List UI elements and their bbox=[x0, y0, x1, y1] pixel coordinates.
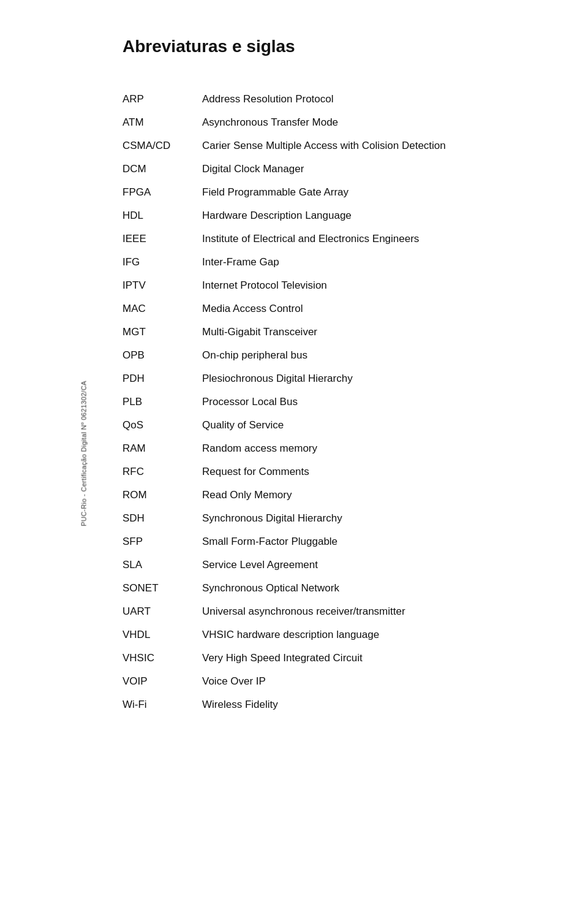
page-container: PUC-Rio - Certificação Digital Nº 062130… bbox=[0, 0, 588, 759]
abbr-definition: Quality of Service bbox=[202, 419, 539, 431]
list-item: ROMRead Only Memory bbox=[123, 489, 539, 501]
list-item: PLBProcessor Local Bus bbox=[123, 396, 539, 408]
abbr-term: FPGA bbox=[123, 186, 202, 199]
abbr-definition: VHSIC hardware description language bbox=[202, 629, 539, 641]
abbr-term: HDL bbox=[123, 210, 202, 222]
abbr-term: RAM bbox=[123, 442, 202, 455]
abbr-term: QoS bbox=[123, 419, 202, 431]
list-item: MGTMulti-Gigabit Transceiver bbox=[123, 326, 539, 338]
abbr-definition: Plesiochronous Digital Hierarchy bbox=[202, 373, 539, 385]
abbr-definition: Synchronous Optical Network bbox=[202, 582, 539, 594]
list-item: RFCRequest for Comments bbox=[123, 466, 539, 478]
abbr-definition: Internet Protocol Television bbox=[202, 279, 539, 292]
list-item: PDHPlesiochronous Digital Hierarchy bbox=[123, 373, 539, 385]
abbr-definition: Media Access Control bbox=[202, 303, 539, 315]
sidebar-certification-text: PUC-Rio - Certificação Digital Nº 062130… bbox=[80, 381, 88, 526]
list-item: VHDLVHSIC hardware description language bbox=[123, 629, 539, 641]
abbr-definition: Address Resolution Protocol bbox=[202, 93, 539, 105]
abbr-definition: Multi-Gigabit Transceiver bbox=[202, 326, 539, 338]
list-item: FPGAField Programmable Gate Array bbox=[123, 186, 539, 199]
abbr-term: ARP bbox=[123, 93, 202, 105]
page-title: Abreviaturas e siglas bbox=[123, 37, 539, 56]
abbr-term: SFP bbox=[123, 536, 202, 548]
abbr-term: CSMA/CD bbox=[123, 140, 202, 152]
abbr-term: VHSIC bbox=[123, 652, 202, 664]
abbr-definition: Voice Over IP bbox=[202, 675, 539, 688]
abbreviations-table: ARPAddress Resolution ProtocolATMAsynchr… bbox=[123, 93, 539, 711]
abbr-definition: Very High Speed Integrated Circuit bbox=[202, 652, 539, 664]
abbr-term: OPB bbox=[123, 349, 202, 362]
abbr-term: SONET bbox=[123, 582, 202, 594]
abbr-definition: Inter-Frame Gap bbox=[202, 256, 539, 268]
abbr-term: SLA bbox=[123, 559, 202, 571]
abbr-term: ATM bbox=[123, 116, 202, 129]
abbr-definition: Carier Sense Multiple Access with Colisi… bbox=[202, 140, 539, 152]
list-item: SFPSmall Form-Factor Pluggable bbox=[123, 536, 539, 548]
abbr-term: RFC bbox=[123, 466, 202, 478]
abbr-definition: Digital Clock Manager bbox=[202, 163, 539, 175]
abbr-definition: Field Programmable Gate Array bbox=[202, 186, 539, 199]
list-item: IFGInter-Frame Gap bbox=[123, 256, 539, 268]
abbr-definition: Service Level Agreement bbox=[202, 559, 539, 571]
abbr-definition: Hardware Description Language bbox=[202, 210, 539, 222]
abbr-term: PLB bbox=[123, 396, 202, 408]
abbr-definition: Read Only Memory bbox=[202, 489, 539, 501]
list-item: UARTUniversal asynchronous receiver/tran… bbox=[123, 605, 539, 618]
abbr-term: DCM bbox=[123, 163, 202, 175]
abbr-definition: Universal asynchronous receiver/transmit… bbox=[202, 605, 539, 618]
list-item: QoSQuality of Service bbox=[123, 419, 539, 431]
abbr-term: MGT bbox=[123, 326, 202, 338]
list-item: VHSICVery High Speed Integrated Circuit bbox=[123, 652, 539, 664]
list-item: SDHSynchronous Digital Hierarchy bbox=[123, 512, 539, 525]
list-item: Wi-FiWireless Fidelity bbox=[123, 699, 539, 711]
abbr-definition: Random access memory bbox=[202, 442, 539, 455]
abbr-definition: Wireless Fidelity bbox=[202, 699, 539, 711]
list-item: IPTVInternet Protocol Television bbox=[123, 279, 539, 292]
abbr-term: IPTV bbox=[123, 279, 202, 292]
list-item: OPBOn-chip peripheral bus bbox=[123, 349, 539, 362]
abbr-term: Wi-Fi bbox=[123, 699, 202, 711]
abbr-term: SDH bbox=[123, 512, 202, 525]
abbr-definition: Processor Local Bus bbox=[202, 396, 539, 408]
abbr-term: VOIP bbox=[123, 675, 202, 688]
list-item: HDLHardware Description Language bbox=[123, 210, 539, 222]
abbr-term: PDH bbox=[123, 373, 202, 385]
list-item: VOIPVoice Over IP bbox=[123, 675, 539, 688]
list-item: MACMedia Access Control bbox=[123, 303, 539, 315]
list-item: SONETSynchronous Optical Network bbox=[123, 582, 539, 594]
list-item: CSMA/CDCarier Sense Multiple Access with… bbox=[123, 140, 539, 152]
abbr-term: UART bbox=[123, 605, 202, 618]
abbr-definition: Institute of Electrical and Electronics … bbox=[202, 233, 539, 245]
abbr-term: MAC bbox=[123, 303, 202, 315]
list-item: ARPAddress Resolution Protocol bbox=[123, 93, 539, 105]
abbr-definition: On-chip peripheral bus bbox=[202, 349, 539, 362]
abbr-term: VHDL bbox=[123, 629, 202, 641]
abbr-definition: Synchronous Digital Hierarchy bbox=[202, 512, 539, 525]
list-item: DCMDigital Clock Manager bbox=[123, 163, 539, 175]
list-item: IEEEInstitute of Electrical and Electron… bbox=[123, 233, 539, 245]
abbr-definition: Request for Comments bbox=[202, 466, 539, 478]
abbr-term: ROM bbox=[123, 489, 202, 501]
abbr-definition: Small Form-Factor Pluggable bbox=[202, 536, 539, 548]
abbr-definition: Asynchronous Transfer Mode bbox=[202, 116, 539, 129]
abbr-term: IFG bbox=[123, 256, 202, 268]
list-item: SLAService Level Agreement bbox=[123, 559, 539, 571]
list-item: RAMRandom access memory bbox=[123, 442, 539, 455]
abbr-term: IEEE bbox=[123, 233, 202, 245]
list-item: ATMAsynchronous Transfer Mode bbox=[123, 116, 539, 129]
